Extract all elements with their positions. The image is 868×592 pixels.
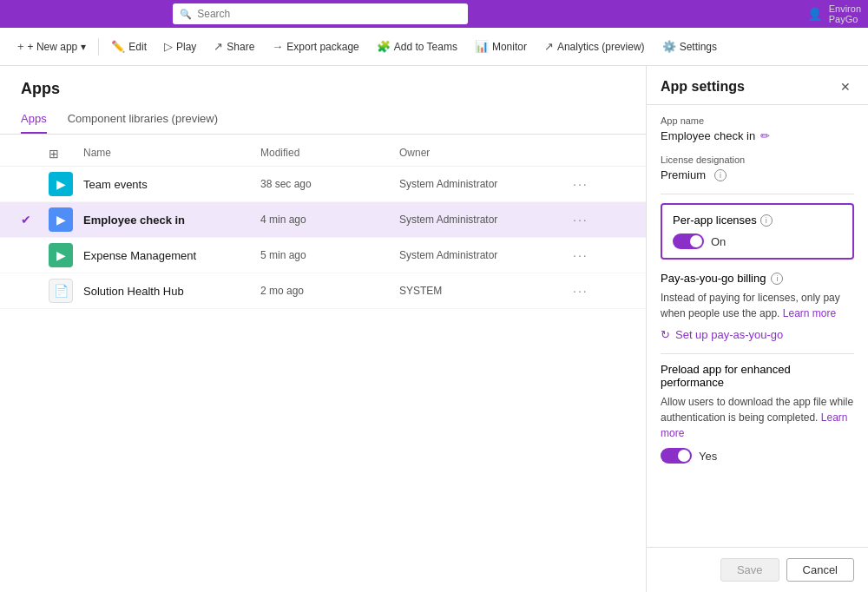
payg-learn-more-link[interactable]: Learn more — [783, 307, 836, 319]
env-icon: 👤 — [807, 7, 822, 21]
divider-1 — [661, 194, 854, 194]
modified-1: 4 min ago — [260, 214, 399, 226]
modified-3: 2 mo ago — [260, 285, 399, 297]
per-app-info-icon[interactable]: i — [760, 214, 773, 227]
right-panel: App settings ✕ App name Employee check i… — [646, 66, 868, 592]
tab-component-libraries[interactable]: Component libraries (preview) — [68, 105, 218, 134]
export-button[interactable]: → Export package — [265, 36, 365, 56]
share-button[interactable]: ↗ Share — [207, 36, 261, 56]
panel-footer: Save Cancel — [647, 547, 868, 592]
preload-toggle[interactable] — [661, 448, 692, 464]
apps-title: Apps — [0, 66, 646, 105]
toolbar: + + New app ▾ ✏️ Edit ▷ Play ↗ Share → E… — [0, 28, 868, 66]
search-icon: 🔍 — [180, 9, 192, 20]
app-name-0: Team events — [83, 178, 260, 191]
new-app-caret-icon: ▾ — [81, 41, 86, 53]
row-icon-1: ▶ — [49, 207, 83, 232]
edit-button[interactable]: ✏️ Edit — [104, 36, 154, 56]
modified-0: 38 sec ago — [260, 178, 399, 190]
left-panel: Apps Apps Component libraries (preview) … — [0, 66, 646, 592]
preload-description: Allow users to download the app file whi… — [661, 394, 854, 441]
per-app-licenses-header: Per-app licenses i — [673, 214, 842, 227]
more-btn-1[interactable]: ··· — [573, 213, 625, 227]
play-icon: ▷ — [164, 40, 173, 53]
export-icon: → — [272, 40, 283, 53]
preload-title: Preload app for enhanced performance — [661, 363, 854, 389]
topbar-right: 👤 Environ PayGo — [807, 3, 861, 24]
search-container: 🔍 — [173, 3, 468, 24]
payg-info-icon[interactable]: i — [771, 273, 783, 285]
setup-payg-link[interactable]: ↻ Set up pay-as-you-go — [661, 328, 854, 341]
per-app-licenses-box: Per-app licenses i On — [661, 203, 854, 260]
table-row[interactable]: ▶ Team events 38 sec ago System Administ… — [0, 167, 646, 202]
table-row[interactable]: ▶ Expense Management 5 min ago System Ad… — [0, 238, 646, 273]
preload-section: Preload app for enhanced performance All… — [661, 363, 854, 464]
more-btn-0[interactable]: ··· — [573, 177, 625, 191]
tabs: Apps Component libraries (preview) — [0, 105, 646, 135]
panel-title: App settings — [661, 79, 745, 95]
table-header: ⊞ Name Modified Owner — [0, 141, 646, 167]
edit-icon: ✏️ — [111, 40, 125, 53]
payg-section-title: Pay-as-you-go billing i — [661, 272, 854, 285]
row-icon-2: ▶ — [49, 243, 83, 267]
per-app-toggle-row: On — [673, 234, 842, 249]
app-icon-solution-health-hub: 📄 — [49, 279, 73, 303]
monitor-icon: 📊 — [475, 40, 489, 53]
analytics-icon: ↗ — [544, 40, 554, 53]
app-name-field: Employee check in ✏ — [661, 129, 854, 142]
app-icon-expense-management: ▶ — [49, 243, 73, 267]
add-to-teams-button[interactable]: 🧩 Add to Teams — [370, 36, 464, 56]
search-input[interactable] — [173, 3, 468, 24]
settings-button[interactable]: ⚙️ Settings — [655, 36, 724, 56]
analytics-button[interactable]: ↗ Analytics (preview) — [537, 36, 652, 56]
panel-header: App settings ✕ — [647, 66, 868, 105]
app-name-label: App name — [661, 115, 854, 126]
new-app-button[interactable]: + + New app ▾ — [10, 36, 93, 56]
per-app-toggle[interactable] — [673, 234, 704, 249]
preload-toggle-row: Yes — [661, 448, 854, 464]
app-icon-employee-check-in: ▶ — [49, 207, 73, 232]
monitor-button[interactable]: 📊 Monitor — [468, 36, 534, 56]
col-icon: ⊞ — [49, 147, 83, 161]
app-icon-team-events: ▶ — [49, 172, 73, 196]
app-name-2: Expense Management — [83, 249, 260, 262]
divider-2 — [661, 353, 854, 354]
selected-check-icon: ✔ — [21, 213, 31, 227]
row-icon-0: ▶ — [49, 172, 83, 196]
edit-app-name-icon[interactable]: ✏ — [760, 129, 770, 142]
teams-icon: 🧩 — [377, 40, 391, 53]
close-panel-button[interactable]: ✕ — [837, 78, 854, 95]
toolbar-separator — [98, 38, 99, 56]
more-btn-2[interactable]: ··· — [573, 248, 625, 262]
license-info-icon[interactable]: i — [714, 169, 727, 181]
search-box: 🔍 — [173, 3, 468, 24]
modified-2: 5 min ago — [260, 249, 399, 261]
col-actions-header — [573, 147, 625, 161]
more-btn-3[interactable]: ··· — [573, 284, 625, 298]
per-app-label: Per-app licenses — [673, 214, 757, 227]
row-check-1: ✔ — [21, 213, 49, 227]
setup-payg-icon: ↻ — [661, 328, 670, 341]
tab-apps[interactable]: Apps — [21, 105, 47, 134]
license-label: License designation — [661, 155, 854, 165]
app-name-1: Employee check in — [83, 214, 260, 227]
col-modified-header: Modified — [260, 147, 399, 161]
owner-1: System Administrator — [399, 214, 573, 226]
preload-toggle-label: Yes — [699, 450, 717, 463]
app-name-value: Employee check in — [661, 129, 755, 142]
table-row[interactable]: 📄 Solution Health Hub 2 mo ago SYSTEM ··… — [0, 273, 646, 309]
owner-2: System Administrator — [399, 249, 573, 261]
cancel-button[interactable]: Cancel — [786, 558, 854, 582]
save-button[interactable]: Save — [720, 558, 779, 582]
col-checkbox — [21, 147, 49, 161]
col-name-header: Name — [83, 147, 260, 161]
settings-icon: ⚙️ — [662, 40, 676, 53]
table-row[interactable]: ✔ ▶ Employee check in 4 min ago System A… — [0, 202, 646, 238]
top-bar: 🔍 👤 Environ PayGo — [0, 0, 868, 28]
col-owner-header: Owner — [399, 147, 573, 161]
payg-description: Instead of paying for licenses, only pay… — [661, 290, 854, 321]
main-layout: Apps Apps Component libraries (preview) … — [0, 66, 868, 592]
new-app-icon: + — [17, 40, 24, 53]
play-button[interactable]: ▷ Play — [157, 36, 203, 56]
per-app-toggle-label: On — [711, 235, 726, 248]
